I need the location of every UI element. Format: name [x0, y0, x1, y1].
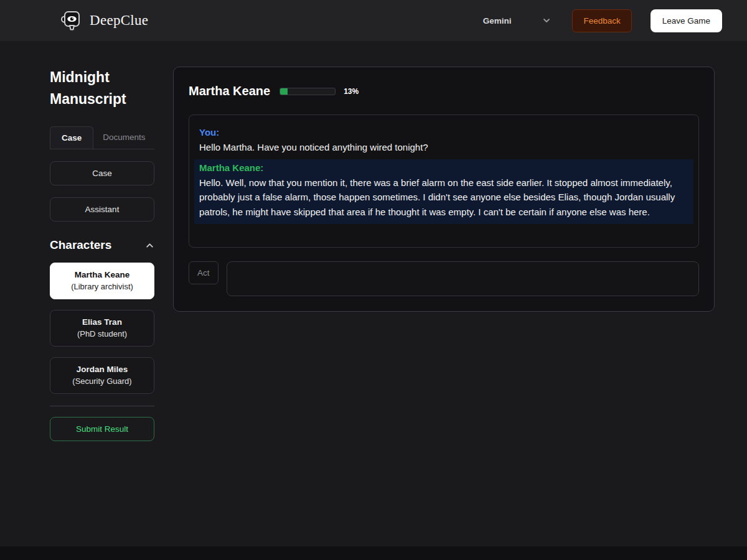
sidebar-tabs: Case Documents — [50, 126, 154, 149]
tab-case[interactable]: Case — [50, 126, 93, 149]
characters-section-header[interactable]: Characters — [50, 238, 154, 252]
app-header: DeepClue Gemini Feedback Leave Game — [0, 0, 747, 41]
case-title: Midnight Manuscript — [50, 67, 154, 110]
deepclue-logo-icon — [59, 9, 82, 32]
chevron-up-icon — [145, 241, 154, 250]
feedback-button[interactable]: Feedback — [572, 9, 631, 32]
message-text: Hello. Well, now that you mention it, th… — [199, 177, 675, 217]
character-role: (Security Guard) — [55, 376, 149, 386]
assistant-button[interactable]: Assistant — [50, 197, 154, 222]
case-button[interactable]: Case — [50, 161, 154, 185]
chat-character-name: Martha Keane — [189, 84, 270, 98]
progress-fill — [280, 88, 287, 95]
main-content: Martha Keane 13% You: Hello Martha. Have… — [173, 67, 715, 312]
chat-input-row: Act — [189, 261, 699, 296]
message-speaker-you: You: — [199, 127, 219, 138]
sidebar: Midnight Manuscript Case Documents Case … — [50, 67, 154, 441]
model-selector-value: Gemini — [483, 16, 512, 26]
header-actions: Gemini Feedback Leave Game — [481, 9, 722, 32]
character-name: Martha Keane — [55, 270, 149, 279]
footer-strip — [0, 546, 747, 560]
chat-input[interactable] — [227, 261, 699, 296]
characters-heading: Characters — [50, 238, 111, 252]
character-role: (PhD student) — [55, 329, 149, 338]
submit-result-button[interactable]: Submit Result — [50, 417, 154, 441]
sidebar-divider — [50, 406, 154, 406]
character-card-martha-keane[interactable]: Martha Keane (Library archivist) — [50, 263, 154, 299]
model-selector[interactable]: Gemini — [481, 12, 554, 29]
character-card-elias-tran[interactable]: Elias Tran (PhD student) — [50, 310, 154, 347]
progress-bar — [280, 88, 336, 95]
chat-header: Martha Keane 13% — [189, 84, 699, 98]
page-body: Midnight Manuscript Case Documents Case … — [0, 41, 747, 478]
message-character: Martha Keane: Hello. Well, now that you … — [194, 159, 693, 224]
brand-name: DeepClue — [90, 12, 148, 29]
act-button[interactable]: Act — [189, 261, 218, 284]
character-name: Jordan Miles — [55, 365, 149, 374]
chevron-down-icon — [542, 16, 551, 25]
message-list: You: Hello Martha. Have you noticed anyt… — [189, 114, 699, 248]
progress-percent-label: 13% — [344, 87, 359, 96]
character-name: Elias Tran — [55, 317, 149, 327]
character-card-jordan-miles[interactable]: Jordan Miles (Security Guard) — [50, 357, 154, 394]
tab-documents[interactable]: Documents — [93, 126, 154, 149]
brand: DeepClue — [59, 9, 148, 32]
leave-game-button[interactable]: Leave Game — [651, 9, 722, 32]
message-user: You: Hello Martha. Have you noticed anyt… — [199, 125, 688, 154]
chat-panel: Martha Keane 13% You: Hello Martha. Have… — [173, 67, 715, 312]
message-speaker-martha: Martha Keane: — [199, 162, 263, 173]
message-text: Hello Martha. Have you noticed anything … — [199, 142, 428, 152]
character-role: (Library archivist) — [55, 282, 149, 291]
